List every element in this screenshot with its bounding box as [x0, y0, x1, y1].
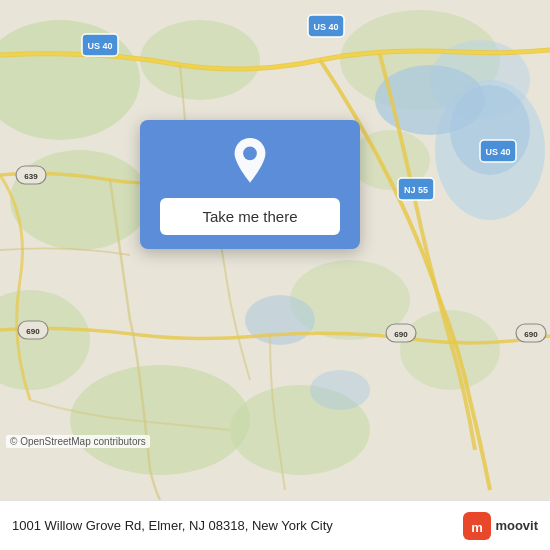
svg-text:US 40: US 40 [485, 147, 510, 157]
moovit-label: moovit [495, 518, 538, 533]
svg-text:690: 690 [26, 327, 40, 336]
address-text: 1001 Willow Grove Rd, Elmer, NJ 08318, N… [12, 518, 333, 533]
moovit-logo: m moovit [463, 512, 538, 540]
svg-text:690: 690 [394, 330, 408, 339]
moovit-icon: m [463, 512, 491, 540]
svg-text:m: m [472, 520, 484, 535]
svg-text:639: 639 [24, 172, 38, 181]
location-pin-icon [226, 138, 274, 186]
svg-text:US 40: US 40 [313, 22, 338, 32]
take-me-there-button[interactable]: Take me there [160, 198, 340, 235]
bottom-bar: 1001 Willow Grove Rd, Elmer, NJ 08318, N… [0, 500, 550, 550]
svg-text:US 40: US 40 [87, 41, 112, 51]
osm-attribution: © OpenStreetMap contributors [6, 435, 150, 448]
svg-point-33 [243, 147, 257, 161]
svg-point-16 [310, 370, 370, 410]
svg-point-3 [10, 150, 150, 250]
map-container: US 40 US 40 US 40 NJ 55 639 690 690 [0, 0, 550, 500]
popup-card: Take me there [140, 120, 360, 249]
map-svg: US 40 US 40 US 40 NJ 55 639 690 690 [0, 0, 550, 500]
svg-text:NJ 55: NJ 55 [404, 185, 428, 195]
svg-point-5 [70, 365, 250, 475]
svg-text:690: 690 [524, 330, 538, 339]
